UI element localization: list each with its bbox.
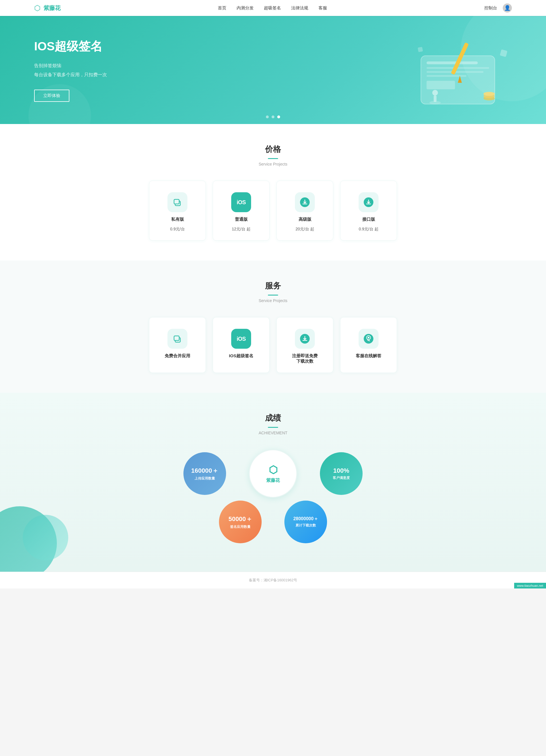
svg-rect-1: [427, 61, 478, 64]
svg-rect-4: [427, 75, 466, 77]
footer: 备案号：湘ICP备16001962号 www.tiaozhuan.net: [0, 572, 546, 588]
footer-text: 备案号：湘ICP备16001962号: [249, 578, 297, 582]
svg-rect-5: [427, 81, 455, 89]
hero-dot-2[interactable]: [272, 115, 274, 118]
services-section: 服务 Service Projects 免费合并应用 iOS IOS超级签名: [0, 261, 546, 393]
signs-num: 50000＋: [228, 515, 252, 523]
uploads-label: 上传应用数量: [195, 476, 215, 481]
pricing-title: 价格: [34, 144, 512, 155]
card-title-normal: 普通版: [235, 217, 248, 222]
achievement-header: 成绩 ACHIEVEMENT: [34, 413, 512, 435]
brand-logo-icon: ⬡: [269, 464, 278, 476]
service-card-register: 注册即送免费 下载次数: [276, 317, 333, 373]
satisfaction-label: 客户满意度: [333, 476, 350, 480]
achievement-circle-downloads: 28000000＋ 累计下载次数: [284, 501, 327, 543]
achievement-bottom-row: 50000＋ 签名应用数量 28000000＋ 累计下载次数: [34, 501, 512, 543]
navbar-brand-area: ⬡ 紫藤花: [34, 4, 61, 13]
svg-rect-15: [418, 47, 423, 52]
service-card-support: 客服在线解答: [340, 317, 397, 373]
nav-item-supersign[interactable]: 超吸签名: [264, 5, 281, 10]
card-title-private: 私有版: [171, 217, 184, 222]
service-title-support: 客服在线解答: [356, 353, 381, 359]
service-title-ios: IOS超级签名: [229, 353, 253, 359]
hero-cta-button[interactable]: 立即体验: [34, 90, 69, 102]
pricing-divider: [268, 158, 278, 159]
svg-point-28: [368, 337, 369, 338]
navbar-right: 控制台 👤: [484, 3, 512, 13]
pricing-cards-grid: 私有版 0.9元/台 iOS 普通版 12元/台 起 高级版 20元/台 起: [34, 181, 512, 241]
card-icon-download-api: [359, 192, 379, 212]
chat-icon: [363, 334, 374, 344]
card-price-normal: 12元/台 起: [232, 227, 250, 232]
nav-menu: 首页 内测分发 超吸签名 法律法规 客服: [218, 5, 327, 11]
hero-dots: [266, 115, 280, 118]
copy-icon: [172, 197, 183, 207]
nav-item-law[interactable]: 法律法规: [291, 5, 308, 10]
hero-dot-3[interactable]: [277, 115, 280, 118]
brand-logo-text: 紫藤花: [266, 478, 280, 484]
avatar[interactable]: 👤: [503, 3, 512, 13]
services-title: 服务: [34, 280, 512, 291]
nav-item-home[interactable]: 首页: [218, 5, 226, 10]
svg-rect-14: [500, 49, 508, 57]
signs-label: 签名应用数量: [230, 524, 251, 529]
pricing-card-private: 私有版 0.9元/台: [149, 181, 206, 241]
brand-name: 紫藤花: [44, 4, 61, 12]
services-divider: [268, 295, 278, 296]
service-icon-merge: [167, 329, 187, 349]
service-card-ios: iOS IOS超级签名: [213, 317, 270, 373]
achievement-divider: [268, 427, 278, 428]
nav-item-internal[interactable]: 内测分发: [237, 5, 254, 10]
hero-subtitle-line1: 告别掉签烦恼: [34, 61, 273, 70]
register-download-icon: [300, 334, 310, 344]
services-header: 服务 Service Projects: [34, 280, 512, 303]
card-title-api: 接口版: [362, 217, 375, 222]
card-icon-download-premium: [295, 192, 315, 212]
hero-subtitle: 告别掉签烦恼 每台设备下载多个应用，只扣费一次: [34, 61, 273, 79]
achievement-circle-uploads: 160000＋ 上传应用数量: [183, 452, 226, 495]
achievement-section: 成绩 ACHIEVEMENT 160000＋ 上传应用数量 ⬡ 紫藤花 100%…: [0, 393, 546, 572]
service-icon-register: [295, 329, 315, 349]
hero-illustration: [273, 33, 512, 107]
footer-watermark: www.tiaozhuan.net: [514, 583, 546, 588]
pricing-card-api: 接口版 0.9元/台 起: [340, 181, 397, 241]
hero-title: IOS超级签名: [34, 38, 273, 54]
achievement-title: 成绩: [34, 413, 512, 424]
hero-illustration-svg: [404, 33, 512, 107]
downloads-label: 累计下载次数: [295, 523, 316, 528]
downloads-num: 28000000＋: [293, 516, 318, 522]
pricing-card-premium: 高级版 20元/台 起: [276, 181, 333, 241]
pricing-card-normal: iOS 普通版 12元/台 起: [213, 181, 270, 241]
hero-content: IOS超级签名 告别掉签烦恼 每台设备下载多个应用，只扣费一次 立即体验: [34, 38, 273, 102]
download-icon-api: [363, 197, 374, 207]
achievement-circles-container: 160000＋ 上传应用数量 ⬡ 紫藤花 100% 客户满意度 50000＋ 签…: [34, 449, 512, 543]
achievement-circle-brand: ⬡ 紫藤花: [249, 449, 297, 498]
logo-icon: ⬡: [34, 4, 41, 13]
service-title-register: 注册即送免费 下载次数: [292, 353, 318, 364]
svg-point-13: [483, 92, 495, 96]
control-panel-link[interactable]: 控制台: [484, 5, 497, 11]
svg-rect-10: [434, 96, 437, 102]
download-icon-premium: [300, 197, 310, 207]
pricing-subtitle: Service Projects: [34, 162, 512, 166]
avatar-icon: 👤: [504, 5, 510, 11]
service-card-merge: 免费合并应用: [149, 317, 206, 373]
service-icon-support: [359, 329, 379, 349]
card-price-premium: 20元/台 起: [295, 227, 314, 232]
card-icon-ios: iOS: [231, 192, 251, 212]
hero-subtitle-line2: 每台设备下载多个应用，只扣费一次: [34, 70, 273, 79]
services-subtitle: Service Projects: [34, 298, 512, 303]
pricing-section: 价格 Service Projects 私有版 0.9元/台 iOS 普通版 1…: [0, 124, 546, 261]
services-cards-grid: 免费合并应用 iOS IOS超级签名 注册即送免费 下载次数: [34, 317, 512, 373]
hero-dot-1[interactable]: [266, 115, 269, 118]
nav-item-support[interactable]: 客服: [319, 5, 327, 10]
uploads-num: 160000＋: [191, 466, 218, 475]
achievement-subtitle: ACHIEVEMENT: [34, 431, 512, 435]
card-price-api: 0.9元/台 起: [359, 227, 378, 232]
service-icon-ios: iOS: [231, 329, 251, 349]
achievement-top-row: 160000＋ 上传应用数量 ⬡ 紫藤花 100% 客户满意度: [34, 449, 512, 498]
satisfaction-num: 100%: [333, 467, 349, 474]
merge-icon: [172, 334, 183, 344]
ios-label: iOS: [237, 199, 245, 206]
achievement-circle-signs: 50000＋ 签名应用数量: [219, 501, 262, 543]
